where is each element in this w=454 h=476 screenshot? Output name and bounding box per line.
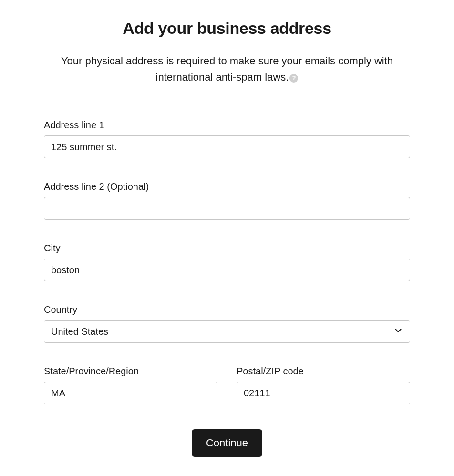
page-subtitle: Your physical address is required to mak… [51, 53, 403, 85]
state-postal-row: State/Province/Region Postal/ZIP code [44, 366, 410, 404]
form-actions: Continue [44, 429, 410, 457]
field-address-line-1: Address line 1 [44, 120, 410, 158]
postal-input[interactable] [237, 382, 410, 404]
country-label: Country [44, 304, 410, 315]
field-state: State/Province/Region [44, 366, 217, 404]
address-line-1-label: Address line 1 [44, 120, 410, 131]
address-form: Address line 1 Address line 2 (Optional)… [44, 120, 410, 457]
postal-label: Postal/ZIP code [237, 366, 410, 377]
city-input[interactable] [44, 259, 410, 281]
page-title: Add your business address [44, 19, 410, 38]
country-select[interactable]: United States [44, 320, 410, 343]
continue-button[interactable]: Continue [192, 429, 262, 457]
address-line-1-input[interactable] [44, 135, 410, 158]
state-input[interactable] [44, 382, 217, 404]
field-city: City [44, 243, 410, 281]
subtitle-text: Your physical address is required to mak… [61, 55, 393, 83]
state-label: State/Province/Region [44, 366, 217, 377]
city-label: City [44, 243, 410, 254]
field-country: Country United States [44, 304, 410, 343]
help-icon[interactable]: ? [289, 74, 298, 83]
field-address-line-2: Address line 2 (Optional) [44, 181, 410, 220]
form-header: Add your business address Your physical … [44, 19, 410, 85]
address-line-2-input[interactable] [44, 197, 410, 220]
address-line-2-label: Address line 2 (Optional) [44, 181, 410, 192]
field-postal: Postal/ZIP code [237, 366, 410, 404]
country-select-wrapper: United States [44, 320, 410, 343]
